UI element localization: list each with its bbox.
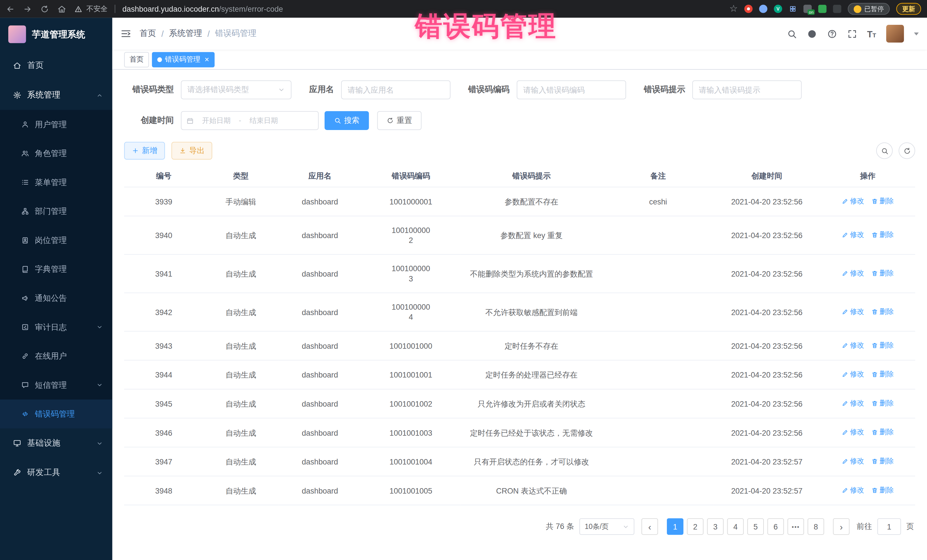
github-icon[interactable] <box>807 29 817 39</box>
edit-link[interactable]: 修改 <box>842 398 864 408</box>
close-tab-icon[interactable]: × <box>205 56 209 63</box>
sidebar-item-online[interactable]: 在线用户 <box>0 341 112 371</box>
error-hint-input[interactable] <box>692 80 801 99</box>
sidebar-item-post[interactable]: 岗位管理 <box>0 226 112 255</box>
cell-code: 1001001001 <box>362 360 460 389</box>
delete-link[interactable]: 删除 <box>871 196 894 206</box>
extension-grid-icon[interactable] <box>789 5 797 13</box>
extension-green-icon[interactable] <box>818 5 827 13</box>
edit-link[interactable]: 修改 <box>842 340 864 351</box>
browser-home-icon[interactable] <box>57 5 66 14</box>
date-range-picker[interactable]: - <box>181 111 319 130</box>
extension-blue-icon[interactable] <box>759 5 767 13</box>
sidebar-item-system[interactable]: 系统管理 <box>0 80 112 110</box>
edit-link[interactable]: 修改 <box>842 369 864 379</box>
page-button[interactable]: 6 <box>767 518 784 535</box>
extension-green-v-icon[interactable] <box>774 5 782 13</box>
page-button[interactable]: 1 <box>667 518 684 535</box>
search-button[interactable]: 搜索 <box>325 111 369 130</box>
edit-link[interactable]: 修改 <box>842 230 864 240</box>
toggle-search-button[interactable] <box>876 143 893 159</box>
back-icon[interactable] <box>6 5 15 14</box>
sidebar-item-notice[interactable]: 通知公告 <box>0 284 112 313</box>
page-button[interactable]: ••• <box>787 518 804 535</box>
extension-dark-icon[interactable]: on <box>804 5 812 13</box>
sidebar-item-devtools[interactable]: 研发工具 <box>0 458 112 487</box>
page-button[interactable]: 4 <box>727 518 744 535</box>
sidebar-item-label: 通知公告 <box>35 293 67 304</box>
reset-button[interactable]: 重置 <box>377 111 421 130</box>
tab-error-code[interactable]: 错误码管理 × <box>152 52 214 67</box>
cell: dashboard <box>278 254 362 293</box>
search-icon[interactable] <box>787 29 797 39</box>
sidebar-item-errorcode[interactable]: 错误码管理 <box>0 399 112 428</box>
sidebar-item-home[interactable]: 首页 <box>0 51 112 80</box>
sidebar-item-role[interactable]: 角色管理 <box>0 139 112 168</box>
user-avatar[interactable] <box>886 25 904 42</box>
update-button[interactable]: 更新 <box>896 3 921 15</box>
extension-red-icon[interactable] <box>745 5 753 13</box>
page-button[interactable]: 3 <box>707 518 723 535</box>
refresh-table-button[interactable] <box>899 143 915 159</box>
delete-link[interactable]: 删除 <box>871 456 894 466</box>
sidebar-item-menu[interactable]: 菜单管理 <box>0 168 112 197</box>
error-type-select[interactable]: 请选择错误码类型 <box>181 80 292 99</box>
security-indicator[interactable]: 不安全 <box>74 4 108 14</box>
delete-link[interactable]: 删除 <box>871 340 894 351</box>
app-name-input[interactable] <box>341 80 450 99</box>
page-button[interactable]: 5 <box>747 518 764 535</box>
cell: dashboard <box>278 331 362 360</box>
address-bar[interactable]: dashboard.yudao.iocoder.cn/system/error-… <box>122 5 283 14</box>
profile-paused-chip[interactable]: 已暂停 <box>848 3 890 15</box>
pen-icon <box>842 487 848 493</box>
edit-link[interactable]: 修改 <box>842 427 864 437</box>
forward-icon[interactable] <box>23 5 32 14</box>
breadcrumb-home[interactable]: 首页 <box>140 28 156 39</box>
sidebar-toggle-icon[interactable] <box>121 28 131 39</box>
table-row: 3944自动生成dashboard1001001001定时任务的处理器已经存在2… <box>124 360 915 389</box>
sidebar-item-dept[interactable]: 部门管理 <box>0 197 112 226</box>
export-button[interactable]: 导出 <box>172 142 212 159</box>
cell: 自动生成 <box>204 418 278 447</box>
sidebar-item-dict[interactable]: 字典管理 <box>0 255 112 284</box>
edit-link[interactable]: 修改 <box>842 307 864 317</box>
delete-link[interactable]: 删除 <box>871 485 894 495</box>
tab-home[interactable]: 首页 <box>124 52 149 67</box>
avatar-dropdown-caret-icon[interactable] <box>914 32 919 35</box>
reload-icon[interactable] <box>40 5 49 14</box>
delete-link[interactable]: 删除 <box>871 427 894 437</box>
page-button[interactable]: 8 <box>807 518 824 535</box>
delete-link[interactable]: 删除 <box>871 307 894 317</box>
delete-link[interactable]: 删除 <box>871 268 894 278</box>
sidebar-item-audit[interactable]: 审计日志 <box>0 313 112 341</box>
page-button[interactable]: 2 <box>687 518 704 535</box>
app-logo[interactable]: 芋道管理系统 <box>0 18 112 51</box>
end-date-input[interactable] <box>243 116 284 125</box>
start-date-input[interactable] <box>196 116 237 125</box>
add-button[interactable]: 新增 <box>124 142 165 159</box>
breadcrumb-system[interactable]: 系统管理 <box>169 28 202 39</box>
edit-link[interactable]: 修改 <box>842 196 864 206</box>
font-size-icon[interactable]: TT <box>867 29 876 38</box>
sidebar-item-sms[interactable]: 短信管理 <box>0 371 112 400</box>
cell: 2021-04-20 23:52:56 <box>713 216 820 255</box>
bookmark-star-icon[interactable]: ☆ <box>729 4 738 14</box>
delete-link[interactable]: 删除 <box>871 369 894 379</box>
extension-puzzle-icon[interactable] <box>833 5 841 13</box>
pen-icon <box>842 198 848 205</box>
goto-page-input[interactable] <box>877 518 901 535</box>
delete-link[interactable]: 删除 <box>871 230 894 240</box>
prev-page-button[interactable]: ‹ <box>641 518 658 535</box>
sidebar-item-infra[interactable]: 基础设施 <box>0 428 112 458</box>
next-page-button[interactable]: › <box>833 518 849 535</box>
sidebar-item-user[interactable]: 用户管理 <box>0 110 112 139</box>
announcement-icon <box>21 294 29 302</box>
edit-link[interactable]: 修改 <box>842 268 864 278</box>
page-size-select[interactable]: 10条/页 <box>579 518 634 535</box>
help-icon[interactable] <box>827 29 837 39</box>
delete-link[interactable]: 删除 <box>871 398 894 408</box>
error-code-input[interactable] <box>517 80 626 99</box>
edit-link[interactable]: 修改 <box>842 456 864 466</box>
edit-link[interactable]: 修改 <box>842 485 864 495</box>
fullscreen-icon[interactable] <box>847 29 857 39</box>
